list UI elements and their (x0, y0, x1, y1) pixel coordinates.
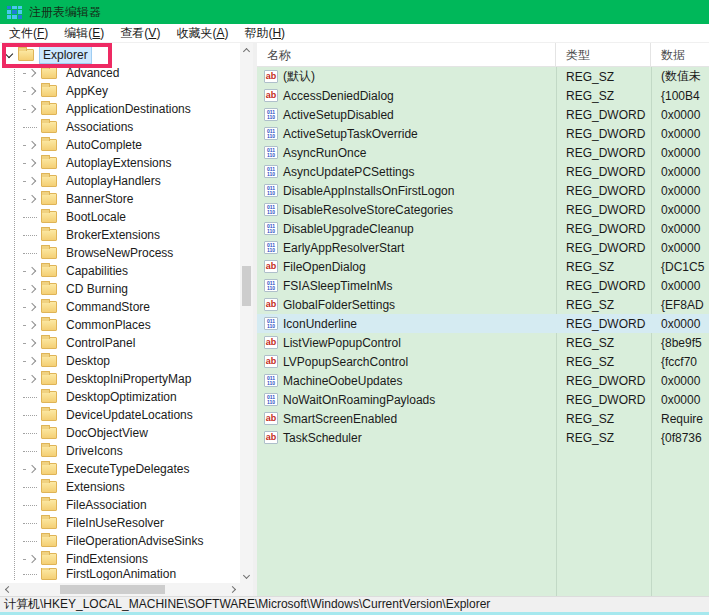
tree-item-label[interactable]: FileAssociation (63, 497, 150, 513)
tree-item-bootlocale[interactable]: BootLocale (15, 208, 240, 226)
value-row-disableresolvestorecategories[interactable]: DisableResolveStoreCategories REG_DWORD … (257, 200, 709, 219)
tree-item-brokerextensions[interactable]: BrokerExtensions (15, 226, 240, 244)
tree-item-autoplayhandlers[interactable]: AutoplayHandlers (15, 172, 240, 190)
tree-item-label[interactable]: CommandStore (63, 299, 153, 315)
tree-item-label[interactable]: DesktopIniPropertyMap (63, 371, 194, 387)
tree-item-executetypedelegates[interactable]: ExecuteTypeDelegates (15, 460, 240, 478)
tree-item-label[interactable]: FileOperationAdviseSinks (63, 533, 206, 549)
tree-item-browsenewprocess[interactable]: BrowseNewProcess (15, 244, 240, 262)
tree-item-label[interactable]: BrowseNewProcess (63, 245, 176, 261)
tree-item-appkey[interactable]: AppKey (15, 82, 240, 100)
scroll-left-icon[interactable] (0, 583, 13, 596)
horizontal-scrollbar-thumb[interactable] (60, 585, 165, 594)
vertical-scrollbar-thumb[interactable] (242, 266, 251, 306)
tree-item-label[interactable]: ApplicationDestinations (63, 101, 194, 117)
tree-item-autoplayextensions[interactable]: AutoplayExtensions (15, 154, 240, 172)
menu-item-5[interactable]: 帮助(H) (236, 24, 293, 43)
tree-horizontal-scrollbar[interactable] (0, 583, 240, 596)
value-row-taskscheduler[interactable]: TaskScheduler REG_SZ {0f8736 (257, 428, 709, 447)
tree-item-explorer[interactable]: Explorer (0, 46, 240, 64)
value-row-asyncupdatepcsettings[interactable]: AsyncUpdatePCSettings REG_DWORD 0x0000 (257, 162, 709, 181)
scroll-right-icon[interactable] (227, 583, 240, 596)
scroll-down-icon[interactable] (240, 570, 253, 583)
chevron-collapsed-icon[interactable] (28, 177, 36, 185)
tree-item-label[interactable]: DeviceUpdateLocations (63, 407, 196, 423)
tree-item-label[interactable]: Extensions (63, 479, 128, 495)
menu-item-3[interactable]: 查看(V) (112, 24, 168, 43)
tree-item-label[interactable]: DesktopOptimization (63, 389, 180, 405)
tree-item-driveicons[interactable]: DriveIcons (15, 442, 240, 460)
tree-item-label[interactable]: Capabilities (63, 263, 131, 279)
chevron-collapsed-icon[interactable] (28, 555, 36, 563)
chevron-collapsed-icon[interactable] (28, 303, 36, 311)
tree-item-commonplaces[interactable]: CommonPlaces (15, 316, 240, 334)
chevron-collapsed-icon[interactable] (28, 285, 36, 293)
chevron-collapsed-icon[interactable] (28, 195, 36, 203)
value-row-iconunderline[interactable]: IconUnderline REG_DWORD 0x0000 (257, 314, 709, 333)
tree-item-autocomplete[interactable]: AutoComplete (15, 136, 240, 154)
tree-item-label[interactable]: BannerStore (63, 191, 136, 207)
value-row-activesetuptaskoverride[interactable]: ActiveSetupTaskOverride REG_DWORD 0x0000 (257, 124, 709, 143)
tree-item-label[interactable]: BrokerExtensions (63, 227, 163, 243)
tree-item-fileoperationadvisesinks[interactable]: FileOperationAdviseSinks (15, 532, 240, 550)
tree-item-label[interactable]: AutoplayHandlers (63, 173, 164, 189)
value-row-fileopendialog[interactable]: FileOpenDialog REG_SZ {DC1C5 (257, 257, 709, 276)
value-row-disableupgradecleanup[interactable]: DisableUpgradeCleanup REG_DWORD 0x0000 (257, 219, 709, 238)
tree-item-cd-burning[interactable]: CD Burning (15, 280, 240, 298)
tree-item-label[interactable]: Associations (63, 119, 136, 135)
tree-item-label[interactable]: Advanced (63, 65, 122, 81)
value-row-globalfoldersettings[interactable]: GlobalFolderSettings REG_SZ {EF8AD (257, 295, 709, 314)
tree-item-findextensions[interactable]: FindExtensions (15, 550, 240, 568)
scroll-up-icon[interactable] (240, 43, 253, 56)
menu-item-2[interactable]: 编辑(E) (56, 24, 112, 43)
tree-vertical-scrollbar[interactable] (240, 43, 253, 583)
tree-item-label[interactable]: CommonPlaces (63, 317, 154, 333)
value-row-disableappinstallsonfirstlogon[interactable]: DisableAppInstallsOnFirstLogon REG_DWORD… (257, 181, 709, 200)
value-row-earlyappresolverstart[interactable]: EarlyAppResolverStart REG_DWORD 0x0000 (257, 238, 709, 257)
menu-item-4[interactable]: 收藏夹(A) (168, 24, 236, 43)
tree-item-label[interactable]: AutoplayExtensions (63, 155, 174, 171)
tree-item-label[interactable]: DocObjectView (63, 425, 151, 441)
tree-item-label[interactable]: Desktop (63, 353, 113, 369)
tree-item-desktopoptimization[interactable]: DesktopOptimization (15, 388, 240, 406)
chevron-collapsed-icon[interactable] (28, 87, 36, 95)
tree-item-desktopinipropertymap[interactable]: DesktopIniPropertyMap (15, 370, 240, 388)
value-row-accessdenieddialog[interactable]: AccessDeniedDialog REG_SZ {100B4 (257, 86, 709, 105)
tree-item-label[interactable]: ControlPanel (63, 335, 138, 351)
tree-item-capabilities[interactable]: Capabilities (15, 262, 240, 280)
column-header-data[interactable]: 数据 (651, 43, 709, 66)
column-header-type[interactable]: 类型 (556, 43, 651, 66)
value-row-fsiasleeptimeinms[interactable]: FSIASleepTimeInMs REG_DWORD 0x0000 (257, 276, 709, 295)
chevron-collapsed-icon[interactable] (28, 105, 36, 113)
tree-item-extensions[interactable]: Extensions (15, 478, 240, 496)
value-row-activesetupdisabled[interactable]: ActiveSetupDisabled REG_DWORD 0x0000 (257, 105, 709, 124)
chevron-collapsed-icon[interactable] (28, 465, 36, 473)
chevron-collapsed-icon[interactable] (28, 357, 36, 365)
value-row-lvpopupsearchcontrol[interactable]: LVPopupSearchControl REG_SZ {fccf70 (257, 352, 709, 371)
tree-item-label[interactable]: DriveIcons (63, 443, 126, 459)
tree-item-associations[interactable]: Associations (15, 118, 240, 136)
tree-item-label[interactable]: BootLocale (63, 209, 129, 225)
value-row--[interactable]: (默认) REG_SZ (数值未 (257, 67, 709, 86)
chevron-collapsed-icon[interactable] (28, 267, 36, 275)
tree-item-label[interactable]: ExecuteTypeDelegates (63, 461, 192, 477)
value-row-smartscreenenabled[interactable]: SmartScreenEnabled REG_SZ Require (257, 409, 709, 428)
value-row-listviewpopupcontrol[interactable]: ListViewPopupControl REG_SZ {8be9f5 (257, 333, 709, 352)
column-header-name[interactable]: 名称 (257, 43, 556, 66)
tree-item-docobjectview[interactable]: DocObjectView (15, 424, 240, 442)
chevron-collapsed-icon[interactable] (28, 69, 36, 77)
tree-item-controlpanel[interactable]: ControlPanel (15, 334, 240, 352)
value-row-asyncrunonce[interactable]: AsyncRunOnce REG_DWORD 0x0000 (257, 143, 709, 162)
tree-item-label[interactable]: FindExtensions (63, 551, 151, 567)
tree-item-label[interactable]: CD Burning (63, 281, 131, 297)
tree-item-bannerstore[interactable]: BannerStore (15, 190, 240, 208)
chevron-collapsed-icon[interactable] (28, 159, 36, 167)
chevron-collapsed-icon[interactable] (28, 339, 36, 347)
chevron-collapsed-icon[interactable] (28, 321, 36, 329)
tree-item-advanced[interactable]: Advanced (15, 64, 240, 82)
tree-item-label[interactable]: FileInUseResolver (63, 515, 167, 531)
tree-item-desktop[interactable]: Desktop (15, 352, 240, 370)
tree-item-fileassociation[interactable]: FileAssociation (15, 496, 240, 514)
tree-item-firstlogonanimation[interactable]: FirstLogonAnimation (15, 568, 240, 580)
menu-item-1[interactable]: 文件(F) (1, 24, 56, 43)
